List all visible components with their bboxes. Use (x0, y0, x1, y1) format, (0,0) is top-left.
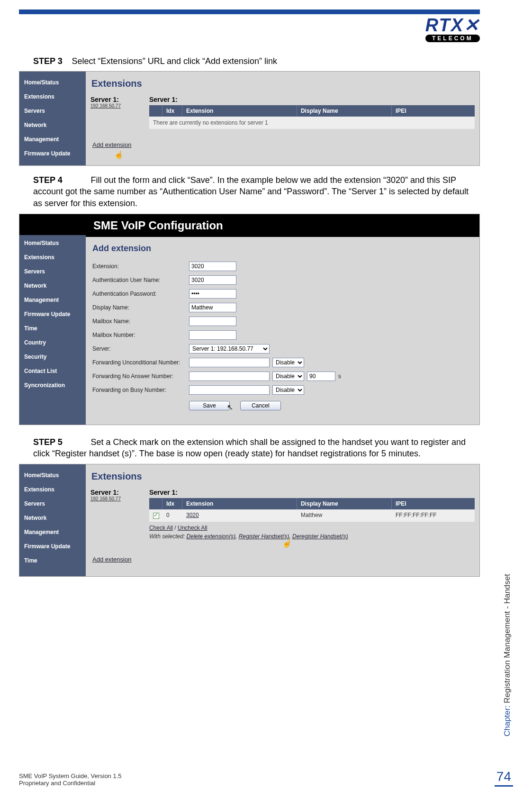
nav-item[interactable]: Firmware Update (19, 539, 86, 553)
nav-item[interactable]: Home/Status (19, 468, 86, 482)
cancel-button[interactable]: Cancel (240, 401, 281, 410)
select-fwd-busy-state[interactable]: Disable (272, 385, 304, 395)
input-fwd-uncond[interactable] (189, 358, 270, 367)
input-mailbox-name[interactable] (189, 317, 236, 326)
with-selected-label: With selected: (149, 533, 185, 540)
nav-item[interactable]: Extensions (19, 90, 86, 104)
screenshot-extensions-with-row: Home/Status Extensions Servers Network M… (19, 464, 480, 577)
screenshot-extensions-empty: Home/Status Extensions Servers Network M… (19, 71, 480, 166)
label-server: Server: (92, 345, 189, 352)
cursor-hand-icon: ☝ (282, 539, 291, 548)
nav-item[interactable]: Extensions (19, 482, 86, 497)
nav-item[interactable]: Management (19, 525, 86, 539)
row-display-name: Matthew (297, 509, 392, 522)
col-ipei: IPEI (392, 105, 475, 117)
nav-item[interactable]: Firmware Update (19, 146, 86, 161)
sme-title: SME VoIP Configuration (86, 214, 479, 237)
row-extension-link[interactable]: 3020 (186, 512, 199, 518)
server1-table-title: Server 1: (149, 96, 475, 103)
brand-logo: RTX✕ (425, 16, 480, 34)
nav-item[interactable]: Country (19, 336, 86, 350)
input-display-name[interactable] (189, 303, 236, 312)
step-3-text: Select “Extensions” URL and click “Add e… (72, 56, 278, 66)
footer-doc-title: SME VoIP System Guide, Version 1.5 (19, 772, 122, 780)
step-4-text: Fill out the form and click “Save”. In t… (33, 175, 469, 208)
server1-ip[interactable]: 192.168.50.77 (90, 496, 121, 501)
col-ipei: IPEI (392, 498, 475, 509)
col-extension: Extension (182, 498, 297, 509)
nav-item[interactable]: Time (19, 321, 86, 336)
server1-label: Server 1: (90, 96, 121, 103)
input-fwd-noanswer[interactable] (189, 372, 270, 381)
select-fwd-noanswer-state[interactable]: Disable (272, 372, 304, 381)
input-auth-user[interactable] (189, 275, 236, 285)
label-mailbox-name: Mailbox Name: (92, 318, 189, 325)
nav-item[interactable]: Servers (19, 264, 86, 279)
label-fwd-noanswer: Forwarding No Answer Number: (92, 373, 189, 380)
nav-item[interactable]: Servers (19, 104, 86, 118)
step-3: STEP 3 Select “Extensions” URL and click… (33, 56, 470, 66)
logo-area: RTX✕ TELECOM (19, 16, 480, 42)
nav-item[interactable]: Network (19, 279, 86, 293)
input-fwd-busy[interactable] (189, 385, 270, 395)
label-fwd-uncond: Forwarding Unconditional Number: (92, 359, 189, 366)
cursor-arrow-icon: ↖ (227, 403, 233, 412)
screenshot-add-extension: Home/Status Extensions Servers Network M… (19, 214, 480, 425)
row-idx: 0 (162, 509, 182, 522)
row-checkbox[interactable] (153, 513, 159, 519)
sidebar: Home/Status Extensions Servers Network M… (19, 72, 86, 165)
sidebar: Home/Status Extensions Servers Network M… (19, 464, 86, 576)
nav-item[interactable]: Home/Status (19, 236, 86, 250)
table-header: Idx Extension Display Name IPEI (149, 105, 475, 117)
input-extension[interactable] (189, 262, 236, 271)
step-5-label: STEP 5 (33, 437, 63, 447)
col-extension: Extension (182, 105, 297, 117)
table-empty-msg: There are currently no extensions for se… (149, 117, 475, 129)
uncheck-all-link[interactable]: Uncheck All (178, 525, 207, 531)
step-5: STEP 5 Set a Check mark on the extension… (33, 436, 470, 460)
nav-item[interactable]: Extensions (19, 250, 86, 264)
add-extension-link[interactable]: Add extension (92, 556, 131, 563)
select-fwd-uncond-state[interactable]: Disable (272, 358, 304, 367)
label-auth-user: Authentication User Name: (92, 277, 189, 283)
check-all-link[interactable]: Check All (149, 525, 173, 531)
server1-ip[interactable]: 192.168.50.77 (90, 103, 121, 109)
col-display-name: Display Name (297, 498, 392, 509)
extensions-heading: Extensions (90, 468, 475, 489)
nav-item[interactable]: Time (19, 161, 86, 166)
input-auth-pass[interactable] (189, 289, 236, 299)
col-idx: Idx (162, 105, 182, 117)
nav-item[interactable]: Security (19, 350, 86, 364)
nav-item[interactable]: Servers (19, 497, 86, 511)
nav-item[interactable]: Time (19, 553, 86, 568)
label-display-name: Display Name: (92, 304, 189, 311)
nav-item[interactable]: Home/Status (19, 75, 86, 90)
seconds-label: s (338, 373, 341, 380)
nav-item[interactable]: Network (19, 511, 86, 525)
input-fwd-noanswer-timeout[interactable] (307, 372, 335, 381)
label-extension: Extension: (92, 263, 189, 270)
select-server[interactable]: Server 1: 192.168.50.77 (189, 344, 270, 354)
label-auth-pass: Authentication Password: (92, 290, 189, 297)
nav-item[interactable]: Syncronization (19, 378, 86, 392)
page-number: 74 (495, 769, 513, 787)
input-mailbox-number[interactable] (189, 330, 236, 340)
add-extension-link[interactable]: Add extension (92, 141, 131, 148)
extensions-heading: Extensions (90, 75, 475, 96)
nav-item[interactable]: Firmware Update (19, 307, 86, 321)
nav-item[interactable]: Management (19, 293, 86, 307)
nav-item[interactable]: Management (19, 132, 86, 146)
nav-item[interactable]: Contact List (19, 364, 86, 378)
col-display-name: Display Name (297, 105, 392, 117)
deregister-handsets-link[interactable]: Deregister Handset(s) (292, 533, 348, 540)
delete-extensions-link[interactable]: Delete extension(s) (187, 533, 235, 540)
nav-item[interactable]: Network (19, 118, 86, 132)
step-5-text: Set a Check mark on the extension which … (33, 437, 466, 458)
server1-label: Server 1: (90, 489, 121, 496)
save-button[interactable]: Save (189, 401, 230, 410)
step-4-label: STEP 4 (33, 175, 63, 185)
table-header: Idx Extension Display Name IPEI (149, 498, 475, 509)
step-4: STEP 4 Fill out the form and click “Save… (33, 174, 470, 209)
add-extension-heading: Add extension (92, 242, 473, 260)
table-row: 0 3020 Matthew FF:FF:FF:FF:FF (149, 509, 475, 522)
